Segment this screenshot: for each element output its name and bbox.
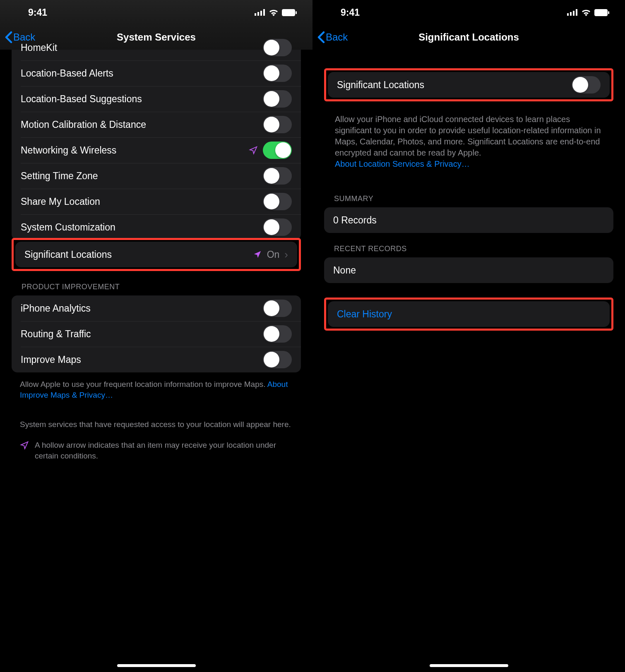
row-motion-calibration[interactable]: Motion Calibration & Distance xyxy=(12,112,301,137)
row-sig-loc-toggle[interactable]: Significant Locations xyxy=(328,72,610,98)
wifi-icon xyxy=(269,9,279,16)
status-bar: 9:41 xyxy=(0,0,312,25)
svg-rect-8 xyxy=(573,11,575,16)
toggle-motion-calibration[interactable] xyxy=(263,116,292,133)
footer-improve-maps: Allow Apple to use your frequent locatio… xyxy=(12,372,301,400)
battery-icon xyxy=(594,9,609,16)
row-location-alerts[interactable]: Location-Based Alerts xyxy=(12,60,301,86)
svg-rect-7 xyxy=(570,12,572,16)
toggle-networking-wireless[interactable] xyxy=(263,142,292,159)
status-bar: 9:41 xyxy=(312,0,625,25)
toggle-location-alerts[interactable] xyxy=(263,65,292,82)
location-arrow-icon xyxy=(249,146,258,155)
svg-rect-11 xyxy=(608,11,609,14)
row-summary: 0 Records xyxy=(324,207,613,233)
clear-history-button[interactable]: Clear History xyxy=(328,301,610,327)
home-indicator[interactable] xyxy=(117,664,196,667)
row-iphone-analytics[interactable]: iPhone Analytics xyxy=(12,295,301,321)
toggle-location-suggestions[interactable] xyxy=(263,90,292,108)
recent-records-list: None xyxy=(324,257,613,283)
back-label: Back xyxy=(326,31,348,43)
location-arrow-hollow-icon xyxy=(20,441,29,450)
svg-rect-9 xyxy=(576,9,577,16)
chevron-left-icon xyxy=(317,31,326,43)
row-significant-locations[interactable]: Significant Locations On › xyxy=(15,242,297,267)
highlight-clear-history: Clear History xyxy=(324,298,613,331)
page-title: Significant Locations xyxy=(312,31,625,43)
toggle-homekit[interactable] xyxy=(263,39,292,56)
section-header-product: PRODUCT IMPROVEMENT xyxy=(12,271,301,295)
cellular-icon xyxy=(567,9,578,16)
row-share-location[interactable]: Share My Location xyxy=(12,189,301,214)
toggle-significant-locations[interactable] xyxy=(572,76,601,94)
back-button[interactable]: Back xyxy=(317,31,348,43)
cellular-icon xyxy=(255,9,265,16)
row-location-suggestions[interactable]: Location-Based Suggestions xyxy=(12,86,301,112)
summary-list: 0 Records xyxy=(324,207,613,233)
row-networking-wireless[interactable]: Networking & Wireless xyxy=(12,137,301,163)
toggle-iphone-analytics[interactable] xyxy=(263,300,292,317)
svg-rect-2 xyxy=(260,11,262,16)
section-header-recent: RECENT RECORDS xyxy=(324,233,613,257)
row-system-customization[interactable]: System Customization xyxy=(12,214,301,240)
footer-hollow-arrow: A hollow arrow indicates that an item ma… xyxy=(12,430,301,461)
nav-header: Back Significant Locations xyxy=(312,25,625,50)
toggle-time-zone[interactable] xyxy=(263,167,292,185)
status-time: 9:41 xyxy=(341,7,360,18)
sig-loc-value: On xyxy=(267,249,280,260)
svg-rect-5 xyxy=(296,11,297,14)
toggle-routing-traffic[interactable] xyxy=(263,325,292,343)
status-icons xyxy=(567,9,609,16)
svg-rect-10 xyxy=(594,9,608,16)
product-improvement-list: iPhone Analytics Routing & Traffic Impro… xyxy=(12,295,301,372)
battery-icon xyxy=(282,9,297,16)
toggle-improve-maps[interactable] xyxy=(263,351,292,368)
system-services-screen: 9:41 Back System Services HomeKit Locati… xyxy=(0,0,312,672)
footer-system-services: System services that have requested acce… xyxy=(12,400,301,430)
row-routing-traffic[interactable]: Routing & Traffic xyxy=(12,321,301,347)
svg-rect-3 xyxy=(263,9,265,16)
highlight-significant-toggle: Significant Locations xyxy=(324,68,613,101)
toggle-system-customization[interactable] xyxy=(263,218,292,236)
status-icons xyxy=(255,9,297,16)
location-arrow-icon xyxy=(253,250,262,259)
toggle-share-location[interactable] xyxy=(263,193,292,210)
row-recent: None xyxy=(324,257,613,283)
svg-rect-0 xyxy=(255,13,256,16)
row-time-zone[interactable]: Setting Time Zone xyxy=(12,163,301,189)
sig-loc-description: Allow your iPhone and iCloud connected d… xyxy=(324,101,613,170)
svg-rect-1 xyxy=(257,12,259,16)
home-indicator[interactable] xyxy=(430,664,508,667)
svg-rect-4 xyxy=(282,9,295,16)
about-location-privacy-link[interactable]: About Location Services & Privacy… xyxy=(335,159,470,168)
row-improve-maps[interactable]: Improve Maps xyxy=(12,347,301,372)
system-services-list: HomeKit Location-Based Alerts Location-B… xyxy=(12,35,301,240)
section-header-summary: SUMMARY xyxy=(324,170,613,207)
chevron-right-icon: › xyxy=(284,248,288,261)
highlight-significant-locations: Significant Locations On › xyxy=(12,238,301,271)
status-time: 9:41 xyxy=(28,7,47,18)
wifi-icon xyxy=(581,9,591,16)
significant-locations-screen: 9:41 Back Significant Locations Signific… xyxy=(312,0,625,672)
svg-rect-6 xyxy=(567,13,569,16)
row-homekit[interactable]: HomeKit xyxy=(12,35,301,60)
